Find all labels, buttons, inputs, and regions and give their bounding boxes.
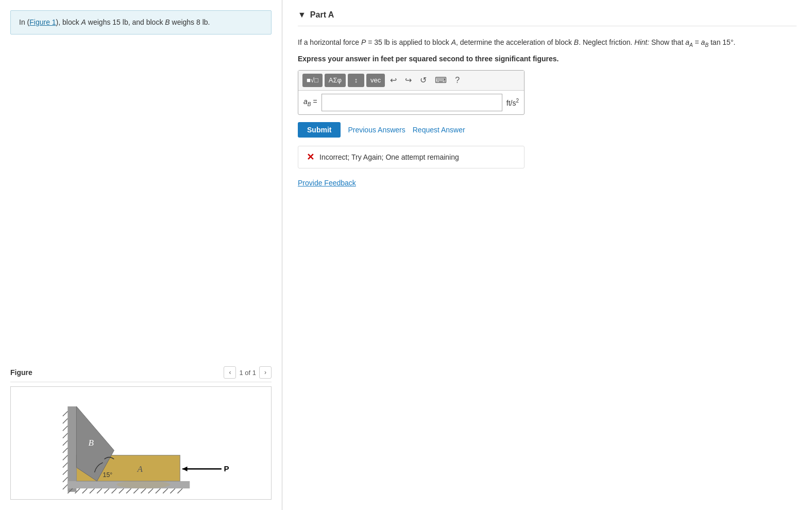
problem-statement: In (Figure 1), block A weighs 15 lb, and… <box>10 10 272 35</box>
svg-line-13 <box>82 488 87 493</box>
math-input-container: ■√□ ΑΣφ ↕ vec ↩ ↪ ↺ ⌨ ? aB = ft/s2 <box>298 70 525 115</box>
svg-line-10 <box>63 485 67 489</box>
svg-line-16 <box>104 488 109 493</box>
svg-line-8 <box>63 470 67 474</box>
input-label: aB = <box>303 97 317 107</box>
svg-line-7 <box>63 463 67 467</box>
svg-line-2 <box>63 426 67 431</box>
provide-feedback-button[interactable]: Provide Feedback <box>298 179 356 187</box>
arrow-head <box>182 466 187 471</box>
toolbar-redo-button[interactable]: ↪ <box>402 74 415 87</box>
block-b-label: B <box>89 438 94 448</box>
submit-button[interactable]: Submit <box>298 122 341 138</box>
unit-label: ft/s2 <box>506 98 519 107</box>
svg-line-26 <box>178 488 182 493</box>
error-text: Incorrect; Try Again; One attempt remain… <box>319 153 459 161</box>
part-title: Part A <box>310 10 334 20</box>
collapse-arrow[interactable]: ▼ <box>298 10 306 20</box>
svg-line-25 <box>170 488 175 493</box>
svg-line-19 <box>126 488 131 493</box>
svg-line-23 <box>156 488 160 493</box>
toolbar-symbol-button[interactable]: ΑΣφ <box>325 74 346 87</box>
previous-answers-link[interactable]: Previous Answers <box>348 126 405 134</box>
block-a-label: A <box>137 464 143 474</box>
toolbar-keyboard-button[interactable]: ⌨ <box>432 74 450 87</box>
request-answer-link[interactable]: Request Answer <box>413 126 465 134</box>
math-toolbar: ■√□ ΑΣφ ↕ vec ↩ ↪ ↺ ⌨ ? <box>298 71 524 91</box>
svg-line-17 <box>112 488 116 493</box>
toolbar-help-button[interactable]: ? <box>452 74 463 87</box>
figure-prev-button[interactable]: ‹ <box>224 366 236 379</box>
svg-line-15 <box>97 488 102 493</box>
svg-line-5 <box>63 448 67 452</box>
figure-header: Figure ‹ 1 of 1 › <box>10 366 272 382</box>
right-panel: ▼ Part A If a horizontal force P = 35 lb… <box>282 0 812 510</box>
figure-link[interactable]: Figure 1 <box>29 18 56 26</box>
svg-line-24 <box>163 488 167 493</box>
shadow <box>116 481 170 488</box>
part-header: ▼ Part A <box>298 10 797 26</box>
angle-label: 15° <box>103 471 113 479</box>
svg-line-9 <box>63 477 67 482</box>
left-panel: In (Figure 1), block A weighs 15 lb, and… <box>0 0 282 510</box>
svg-line-22 <box>148 488 153 493</box>
express-text: Express your answer in feet per squared … <box>298 55 797 63</box>
answer-input[interactable] <box>322 94 502 111</box>
svg-line-14 <box>90 488 94 493</box>
svg-line-1 <box>63 419 67 423</box>
svg-line-18 <box>119 488 124 493</box>
error-box: ✕ Incorrect; Try Again; One attempt rema… <box>298 146 525 168</box>
toolbar-sqrt-button[interactable]: ■√□ <box>302 74 323 87</box>
svg-line-21 <box>141 488 146 493</box>
p-label: P <box>224 464 229 473</box>
toolbar-undo-button[interactable]: ↩ <box>387 74 400 87</box>
svg-line-0 <box>63 411 67 416</box>
buttons-row: Submit Previous Answers Request Answer <box>298 122 797 138</box>
figure-page: 1 of 1 <box>239 369 256 377</box>
figure-diagram: A B 15° P <box>11 387 271 499</box>
toolbar-refresh-button[interactable]: ↺ <box>417 74 430 87</box>
svg-line-20 <box>133 488 138 493</box>
svg-line-4 <box>63 440 67 445</box>
figure-container: A B 15° P <box>10 386 272 500</box>
toolbar-updown-button[interactable]: ↕ <box>348 74 364 87</box>
error-icon: ✕ <box>307 151 314 163</box>
wall <box>67 406 76 492</box>
toolbar-vec-button[interactable]: vec <box>366 74 385 87</box>
svg-line-6 <box>63 455 67 460</box>
question-text: If a horizontal force P = 35 lb is appli… <box>298 37 797 49</box>
math-input-row: aB = ft/s2 <box>298 91 524 114</box>
figure-section: Figure ‹ 1 of 1 › <box>10 366 272 500</box>
figure-next-button[interactable]: › <box>259 366 272 379</box>
figure-nav: ‹ 1 of 1 › <box>224 366 272 379</box>
figure-title: Figure <box>10 368 32 377</box>
svg-line-3 <box>63 433 67 438</box>
